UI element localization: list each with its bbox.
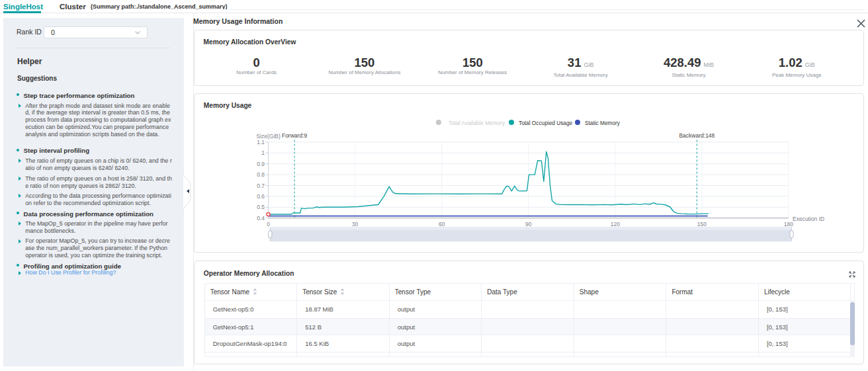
svg-text:90: 90 [525,221,532,227]
svg-text:Execution ID: Execution ID [793,216,824,222]
svg-text:0: 0 [267,221,270,227]
svg-text:Size(GiB): Size(GiB) [256,133,281,140]
svg-text:150: 150 [697,221,707,227]
svg-text:0.7: 0.7 [257,183,265,189]
svg-text:Forward:9: Forward:9 [282,132,308,139]
svg-text:1.1: 1.1 [257,139,265,145]
svg-text:1: 1 [261,149,265,156]
svg-text:180: 180 [784,221,793,227]
svg-text:0.6: 0.6 [257,193,265,200]
svg-text:120: 120 [611,221,620,227]
svg-text:Backward:148: Backward:148 [679,132,715,139]
svg-text:0.9: 0.9 [257,161,265,167]
svg-text:0.5: 0.5 [257,204,265,210]
svg-text:30: 30 [352,221,359,227]
svg-text:0.4: 0.4 [257,215,265,222]
svg-text:60: 60 [439,221,445,227]
svg-text:0.8: 0.8 [257,171,265,178]
